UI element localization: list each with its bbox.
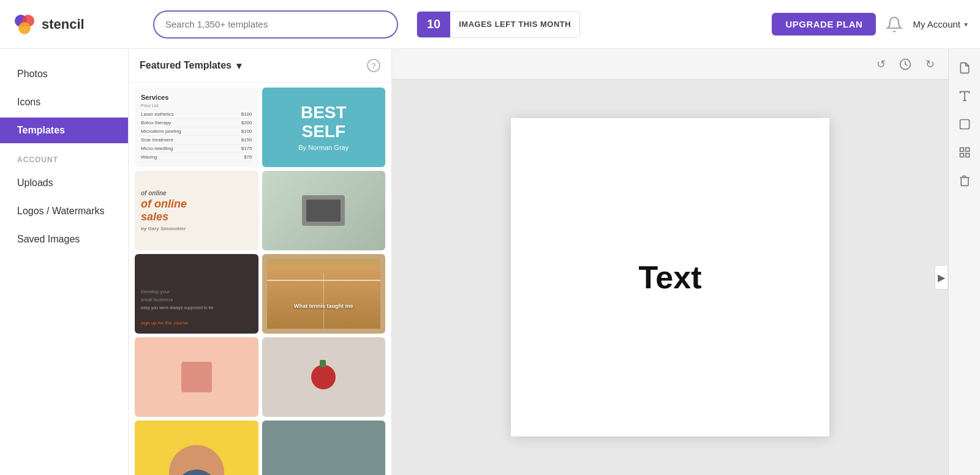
sidebar: Photos Icons Templates ACCOUNT Uploads L… <box>0 49 129 475</box>
template-card-best-self[interactable]: BESTSELF By Norman Gray <box>262 88 386 167</box>
template-card-laptop[interactable] <box>262 171 386 250</box>
document-tool-button[interactable] <box>953 56 976 80</box>
templates-panel: Featured Templates ▾ ? Services Price Li… <box>129 49 392 475</box>
account-label: My Account <box>913 19 960 29</box>
search-input[interactable] <box>153 10 398 39</box>
header: stencil 10 IMAGES LEFT THIS MONTH UPGRAD… <box>0 0 980 49</box>
template-card-dark[interactable]: Develop yoursmall businesseasy you were … <box>135 254 258 334</box>
svg-rect-7 <box>960 148 963 152</box>
canvas-main: Text ▶ <box>392 80 948 475</box>
templates-grid: Services Price List Laser esthetics$100 … <box>129 83 391 475</box>
sidebar-item-photos[interactable]: Photos <box>0 61 128 87</box>
images-badge: 10 IMAGES LEFT THIS MONTH <box>417 11 580 38</box>
canvas-toolbar: ↺ ↻ <box>392 49 948 80</box>
help-icon[interactable]: ? <box>367 59 380 72</box>
history-button[interactable] <box>897 56 914 73</box>
templates-header: Featured Templates ▾ ? <box>129 49 391 83</box>
text-tool-button[interactable] <box>953 84 976 108</box>
template-card-consultation[interactable]: consultation <box>262 421 386 475</box>
account-section-label: ACCOUNT <box>0 146 128 168</box>
images-label: IMAGES LEFT THIS MONTH <box>450 20 579 29</box>
panel-toggle-icon: ▶ <box>938 272 945 283</box>
logo-area: stencil <box>12 12 141 37</box>
sidebar-item-saved[interactable]: Saved Images <box>0 226 128 252</box>
svg-rect-10 <box>960 154 963 157</box>
templates-title[interactable]: Featured Templates ▾ <box>140 60 241 72</box>
sidebar-item-logos[interactable]: Logos / Watermarks <box>0 198 128 224</box>
panel-toggle-button[interactable]: ▶ <box>935 265 948 290</box>
sidebar-item-templates[interactable]: Templates <box>0 118 128 143</box>
sidebar-item-uploads[interactable]: Uploads <box>0 170 128 196</box>
header-right: UPGRADE PLAN My Account ▾ <box>772 13 968 36</box>
template-card-online-sales[interactable]: of online of onlinesales by Gary Smoookl… <box>135 171 258 250</box>
frame-tool-button[interactable] <box>953 113 976 136</box>
account-chevron-icon: ▾ <box>964 20 968 29</box>
account-button[interactable]: My Account ▾ <box>913 19 968 29</box>
delete-tool-button[interactable] <box>953 169 976 192</box>
featured-chevron-icon: ▾ <box>236 60 241 72</box>
canvas-content[interactable]: Text <box>511 118 829 436</box>
undo-button[interactable]: ↺ <box>872 56 889 73</box>
redo-button[interactable]: ↻ <box>921 56 938 73</box>
template-card-face-yellow[interactable] <box>135 421 258 475</box>
logo-text: stencil <box>42 17 85 32</box>
grid-tool-button[interactable] <box>953 141 976 164</box>
svg-point-2 <box>18 22 31 34</box>
upgrade-plan-button[interactable]: UPGRADE PLAN <box>772 13 876 36</box>
images-left-badge: 10 IMAGES LEFT THIS MONTH <box>417 11 580 38</box>
template-card-services[interactable]: Services Price List Laser esthetics$100 … <box>135 88 258 167</box>
template-card-strawberry[interactable] <box>262 337 386 417</box>
main-layout: Photos Icons Templates ACCOUNT Uploads L… <box>0 49 980 475</box>
template-card-tennis[interactable]: What tennis taught me <box>262 254 386 334</box>
svg-rect-6 <box>960 120 969 129</box>
sidebar-item-icons[interactable]: Icons <box>0 89 128 115</box>
logo-icon <box>12 12 37 37</box>
canvas-area: ↺ ↻ Text ▶ <box>392 49 948 475</box>
bell-icon[interactable] <box>886 16 903 33</box>
images-count: 10 <box>417 12 450 37</box>
right-tools-panel <box>948 49 980 475</box>
svg-rect-9 <box>965 154 969 157</box>
canvas-text: Text <box>638 259 701 296</box>
svg-rect-8 <box>965 148 969 152</box>
template-card-pink[interactable] <box>135 337 258 417</box>
